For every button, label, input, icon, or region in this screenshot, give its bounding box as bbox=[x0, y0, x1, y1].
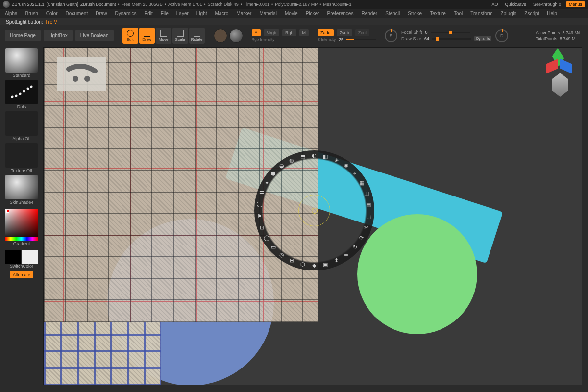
spotlight-tool-icon[interactable]: ⌖ bbox=[351, 170, 358, 177]
menu-draw[interactable]: Draw bbox=[96, 11, 107, 16]
menu-document[interactable]: Document bbox=[66, 11, 88, 16]
secondary-color-white[interactable] bbox=[22, 250, 38, 264]
spotlight-tool-icon[interactable]: ▭ bbox=[270, 244, 277, 250]
dynamic-chip[interactable]: Dynamic bbox=[474, 36, 491, 41]
spotlight-tool-icon[interactable]: ↻ bbox=[351, 244, 358, 250]
spotlight-tool-icon[interactable]: ◯ bbox=[263, 234, 270, 241]
quicksave-button[interactable]: QuickSave bbox=[505, 2, 526, 7]
d-dial[interactable]: D bbox=[495, 29, 508, 42]
spotlight-tool-icon[interactable]: ◆ bbox=[311, 262, 318, 269]
move-mode-button[interactable]: Move bbox=[156, 28, 172, 44]
spotlight-tool-icon[interactable]: ▣ bbox=[322, 261, 329, 268]
spotlight-tool-icon[interactable]: ⬢ bbox=[270, 170, 277, 177]
z-intensity-slider[interactable] bbox=[346, 39, 376, 40]
focal-shift-slider[interactable] bbox=[431, 32, 470, 33]
alpha-thumb[interactable] bbox=[5, 111, 38, 136]
color-picker[interactable] bbox=[5, 209, 38, 241]
spotlight-tool-icon[interactable]: ⬌ bbox=[343, 251, 350, 258]
switchcolor-label[interactable]: SwitchColor bbox=[10, 264, 33, 269]
live-boolean-button[interactable]: Live Boolean bbox=[75, 30, 114, 41]
material-thumb[interactable] bbox=[5, 175, 38, 199]
spotlight-texture-small[interactable] bbox=[44, 322, 161, 385]
menu-dynamics[interactable]: Dynamics bbox=[115, 11, 137, 16]
viewport[interactable]: ◐◧☀✺⌖▦◫▤⬚✂⟳↻⬌⬍▣◆⬡⊞◎▭◯⊡⚑⛶☰✦⬢◒◍⬒ bbox=[43, 47, 582, 385]
a-button[interactable]: A bbox=[252, 29, 261, 36]
spotlight-tool-icon[interactable]: ⬚ bbox=[365, 213, 372, 220]
m-button[interactable]: M bbox=[299, 29, 309, 36]
menu-material[interactable]: Material bbox=[259, 11, 277, 16]
menus-button[interactable]: Menus bbox=[566, 1, 585, 7]
menu-color[interactable]: Color bbox=[46, 11, 58, 16]
spotlight-tool-icon[interactable]: ☀ bbox=[333, 157, 340, 164]
brush-label: Standard bbox=[13, 73, 31, 78]
brush-thumb[interactable] bbox=[5, 48, 38, 73]
brush-color-swatch[interactable] bbox=[214, 29, 227, 43]
spotlight-tool-icon[interactable]: ◒ bbox=[278, 162, 285, 169]
axis-gizmo[interactable] bbox=[546, 50, 572, 72]
material-swatch[interactable] bbox=[229, 29, 243, 43]
spotlight-tool-icon[interactable]: ◍ bbox=[288, 157, 295, 164]
zcut-button[interactable]: Zcut bbox=[355, 29, 370, 36]
menu-transform[interactable]: Transform bbox=[470, 11, 492, 16]
spotlight-tool-icon[interactable]: ✂ bbox=[363, 224, 370, 231]
stroke-thumb[interactable] bbox=[5, 80, 38, 104]
gradient-label[interactable]: Gradient bbox=[13, 241, 30, 246]
zsub-button[interactable]: Zsub bbox=[337, 29, 352, 36]
camera-head-icon[interactable] bbox=[550, 73, 570, 97]
texture-thumb[interactable] bbox=[5, 143, 38, 168]
secondary-color-black[interactable] bbox=[5, 250, 21, 264]
spotlight-tool-icon[interactable]: ⬍ bbox=[333, 257, 340, 264]
spotlight-tool-icon[interactable]: ◎ bbox=[278, 251, 285, 258]
menu-marker[interactable]: Marker bbox=[236, 11, 251, 16]
seethrough-slider[interactable]: See-through 0 bbox=[533, 2, 561, 7]
spotlight-tool-icon[interactable]: ◧ bbox=[322, 153, 329, 160]
spotlight-tool-icon[interactable]: ✺ bbox=[343, 162, 350, 169]
spotlight-tool-icon[interactable]: ⚑ bbox=[256, 213, 263, 220]
menu-texture[interactable]: Texture bbox=[430, 11, 446, 16]
menu-preferences[interactable]: Preferences bbox=[327, 11, 353, 16]
home-page-button[interactable]: Home Page bbox=[5, 30, 41, 41]
menu-picker[interactable]: Picker bbox=[306, 11, 319, 16]
spotlight-tool-icon[interactable]: ⊞ bbox=[288, 257, 295, 264]
spotlight-tool-icon[interactable]: ⟳ bbox=[358, 234, 365, 241]
spotlight-dial[interactable]: ◐◧☀✺⌖▦◫▤⬚✂⟳↻⬌⬍▣◆⬡⊞◎▭◯⊡⚑⛶☰✦⬢◒◍⬒ bbox=[254, 150, 374, 270]
draw-mode-button[interactable]: Draw bbox=[139, 28, 155, 44]
menu-render[interactable]: Render bbox=[361, 11, 377, 16]
draw-size-slider[interactable] bbox=[432, 38, 471, 40]
menu-tool[interactable]: Tool bbox=[454, 11, 463, 16]
stroke-label: Dots bbox=[17, 104, 26, 109]
spotlight-tool-icon[interactable]: ⊡ bbox=[258, 224, 265, 231]
menu-stroke[interactable]: Stroke bbox=[408, 11, 422, 16]
menu-alpha[interactable]: Alpha bbox=[5, 11, 18, 16]
menu-zscript[interactable]: Zscript bbox=[524, 11, 539, 16]
menu-zplugin[interactable]: Zplugin bbox=[501, 11, 517, 16]
alternate-button[interactable]: Alternate bbox=[10, 271, 33, 278]
spotlight-tool-icon[interactable]: ▤ bbox=[365, 201, 372, 208]
spotlight-tool-icon[interactable]: ⬒ bbox=[299, 153, 306, 160]
scale-mode-button[interactable]: Scale bbox=[172, 28, 188, 44]
zadd-button[interactable]: Zadd bbox=[318, 29, 334, 36]
lightbox-button[interactable]: LightBox bbox=[44, 30, 73, 41]
menu-file[interactable]: File bbox=[161, 11, 169, 16]
rgb-button[interactable]: Rgb bbox=[282, 29, 296, 36]
menu-macro[interactable]: Macro bbox=[215, 11, 229, 16]
mrgb-button[interactable]: Mrgb bbox=[264, 29, 280, 36]
menu-help[interactable]: Help bbox=[547, 11, 557, 16]
menu-layer[interactable]: Layer bbox=[176, 11, 189, 16]
spotlight-tool-icon[interactable]: ⬡ bbox=[299, 261, 306, 268]
spotlight-tool-icon[interactable]: ⛶ bbox=[256, 201, 263, 208]
spotlight-tool-icon[interactable]: ☰ bbox=[258, 190, 265, 196]
edit-mode-button[interactable]: Edit bbox=[122, 28, 138, 44]
menu-movie[interactable]: Movie bbox=[285, 11, 298, 16]
menu-light[interactable]: Light bbox=[196, 11, 207, 16]
menu-brush[interactable]: Brush bbox=[25, 11, 38, 16]
menu-stencil[interactable]: Stencil bbox=[385, 11, 400, 16]
rotate-mode-button[interactable]: Rotate bbox=[189, 28, 205, 44]
spotlight-tool-icon[interactable]: ◫ bbox=[363, 190, 370, 196]
spotlight-tool-icon[interactable]: ◐ bbox=[311, 152, 318, 159]
spotlight-tool-icon[interactable]: ▦ bbox=[358, 179, 365, 186]
menu-edit[interactable]: Edit bbox=[144, 11, 152, 16]
s-dial[interactable]: S bbox=[385, 29, 397, 42]
ao-toggle[interactable]: AO bbox=[491, 2, 498, 7]
spotlight-tool-icon[interactable]: ✦ bbox=[263, 179, 270, 186]
